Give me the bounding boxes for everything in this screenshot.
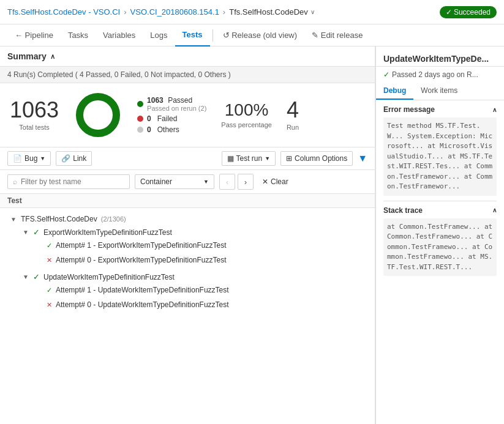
- pass-icon: ✓: [47, 242, 52, 250]
- legend-passed: 1063 Passed Passed on rerun (2): [137, 96, 206, 112]
- link-button[interactable]: 🔗 Link: [56, 151, 92, 166]
- group-2-label: UpdateWorkItemTypeDefinitionFuzzTest: [43, 273, 175, 281]
- toolbar: 📄 Bug ▼ 🔗 Link ▦ Test run ▼ ⊞ Column Opt…: [0, 147, 375, 170]
- failed-count: 0: [147, 114, 151, 123]
- attempt-2-0-row[interactable]: ✕ Attempt# 0 - UpdateWorkItemTypeDefinit…: [44, 299, 367, 310]
- bug-chevron-icon: ▼: [40, 155, 45, 162]
- breadcrumb-item-3[interactable]: Tfs.SelfHost.CodeDev ∨: [229, 7, 315, 17]
- pass-icon: ✓: [47, 286, 52, 294]
- nav-bar: ← Pipeline Tasks Variables Logs Tests ↺ …: [0, 24, 504, 46]
- nav-release-old[interactable]: ↺ Release (old view): [216, 24, 305, 46]
- nav-item-tests[interactable]: Tests: [175, 24, 210, 46]
- stack-trace-section: Stack trace ∧ at Common.TestFramew... at…: [376, 201, 504, 281]
- attempt-1-1: ✓ Attempt# 1 - ExportWorkItemTypeDefinit…: [20, 238, 367, 253]
- nav-edit-release[interactable]: ✎ Edit release: [304, 24, 370, 46]
- attempt-1-1-row[interactable]: ✓ Attempt# 1 - ExportWorkItemTypeDefinit…: [44, 240, 367, 251]
- group-2: ▼ ✓ UpdateWorkItemTypeDefinitionFuzzTest…: [7, 269, 367, 314]
- test-run-icon: ▦: [227, 154, 234, 163]
- clear-button[interactable]: ✕ Clear: [258, 175, 292, 188]
- status-pass-icon: ✓: [383, 70, 389, 79]
- pass-pct-number: 100%: [221, 102, 272, 119]
- prev-button[interactable]: ‹: [219, 174, 235, 190]
- group-1-row[interactable]: ▼ ✓ ExportWorkItemTypeDefinitionFuzzTest: [20, 226, 367, 238]
- group-2-row[interactable]: ▼ ✓ UpdateWorkItemTypeDefinitionFuzzTest: [20, 271, 367, 283]
- bug-button[interactable]: 📄 Bug ▼: [7, 151, 51, 166]
- test-run-button[interactable]: ▦ Test run ▼: [222, 151, 276, 166]
- error-message-content: Test method MS.TF.Test.W... System.Excep…: [383, 117, 497, 196]
- right-panel-title: UpdateWorkItemTypeDe...: [376, 46, 504, 67]
- error-message-title: Error message ∧: [383, 105, 497, 114]
- legend: 1063 Passed Passed on rerun (2) 0 Failed…: [137, 96, 206, 134]
- next-button[interactable]: ›: [238, 174, 254, 190]
- tab-debug[interactable]: Debug: [376, 83, 413, 100]
- failed-label: Failed: [157, 114, 178, 123]
- root-row[interactable]: ▼ TFS.SelfHost.CodeDev (2/1306): [7, 214, 367, 225]
- attempt-2-1-row[interactable]: ✓ Attempt# 1 - UpdateWorkItemTypeDefinit…: [44, 285, 367, 296]
- attempt-2-0: ✕ Attempt# 0 - UpdateWorkItemTypeDefinit…: [20, 297, 367, 312]
- svg-point-1: [80, 97, 116, 133]
- search-icon: ⌕: [13, 177, 17, 186]
- right-tabs: Debug Work items: [376, 83, 504, 100]
- tab-work-items[interactable]: Work items: [413, 83, 465, 100]
- breadcrumb-item-2[interactable]: VSO.CI_20180608.154.1: [130, 7, 219, 17]
- nav-item-logs[interactable]: Logs: [143, 24, 175, 46]
- collapse-icon[interactable]: ∧: [492, 106, 497, 113]
- stack-trace-title: Stack trace ∧: [383, 206, 497, 215]
- chevron-down-icon: ∨: [310, 9, 315, 15]
- others-label: Others: [157, 125, 179, 134]
- main-layout: Summary ∧ 4 Run(s) Completed ( 4 Passed,…: [0, 46, 504, 424]
- pass-pct-label: Pass percentage: [221, 121, 272, 128]
- nav-item-pipeline[interactable]: ← Pipeline: [7, 24, 61, 46]
- attempt-1-0-row[interactable]: ✕ Attempt# 0 - ExportWorkItemTypeDefinit…: [44, 255, 367, 266]
- nav-arrows: ‹ ›: [219, 174, 254, 190]
- filter-icon[interactable]: ▼: [358, 153, 367, 164]
- breadcrumb-sep-1: ›: [124, 7, 126, 17]
- close-icon: ✕: [262, 177, 268, 186]
- group-1-label: ExportWorkItemTypeDefinitionFuzzTest: [43, 228, 172, 237]
- root-count: (2/1306): [101, 215, 126, 223]
- tree-root-item: ▼ TFS.SelfHost.CodeDev (2/1306) ▼ ✓ Expo…: [7, 212, 367, 316]
- others-count: 0: [147, 125, 151, 134]
- bug-icon: 📄: [13, 154, 22, 163]
- fail-icon: ✕: [47, 256, 52, 264]
- nav-separator: [213, 29, 213, 42]
- link-icon: 🔗: [61, 154, 70, 163]
- right-status-text: Passed 2 days ago on R...: [392, 70, 478, 79]
- total-tests-number: 1063: [10, 99, 59, 121]
- collapse-icon[interactable]: ∧: [50, 53, 55, 61]
- fail-icon: ✕: [47, 301, 52, 309]
- breadcrumb-item-1[interactable]: Tfs.SelfHost.CodeDev - VSO.CI: [7, 7, 120, 17]
- right-panel: UpdateWorkItemTypeDe... ✓ Passed 2 days …: [375, 46, 504, 424]
- run-label: Run: [287, 124, 299, 131]
- passed-dot: [137, 101, 143, 107]
- attempt-1-0: ✕ Attempt# 0 - ExportWorkItemTypeDefinit…: [20, 253, 367, 267]
- donut-chart: [73, 91, 122, 139]
- run-block: 4 Run: [287, 99, 299, 131]
- pass-pct-block: 100% Pass percentage: [221, 102, 272, 128]
- attempt-2-0-label: Attempt# 0 - UpdateWorkItemTypeDefinitio…: [56, 300, 229, 309]
- summary-banner: 4 Run(s) Completed ( 4 Passed, 0 Failed,…: [0, 67, 375, 83]
- summary-header: Summary ∧: [0, 46, 375, 67]
- passed-count: 1063: [147, 96, 164, 105]
- root-label: TFS.SelfHost.CodeDev: [21, 215, 97, 223]
- container-chevron-icon: ▼: [203, 179, 209, 185]
- chevron-down-icon: ▼: [10, 216, 17, 223]
- filter-input-container: ⌕: [7, 174, 130, 189]
- legend-failed: 0 Failed: [137, 114, 206, 123]
- pass-icon: ✓: [33, 228, 40, 237]
- top-bar: Tfs.SelfHost.CodeDev - VSO.CI › VSO.CI_2…: [0, 0, 504, 24]
- chevron-down-icon: ▼: [22, 229, 29, 236]
- nav-item-variables[interactable]: Variables: [96, 24, 143, 46]
- column-options-button[interactable]: ⊞ Column Options: [280, 151, 353, 166]
- nav-item-tasks[interactable]: Tasks: [61, 24, 96, 46]
- search-input[interactable]: [21, 177, 107, 186]
- container-select[interactable]: Container ▼: [135, 174, 214, 189]
- table-header: Test: [0, 194, 375, 208]
- collapse-icon[interactable]: ∧: [492, 207, 497, 214]
- chevron-down-icon: ▼: [22, 273, 29, 280]
- pass-icon: ✓: [33, 272, 40, 281]
- columns-icon: ⊞: [286, 154, 292, 163]
- passed-label: Passed: [168, 96, 192, 105]
- attempt-1-1-label: Attempt# 1 - ExportWorkItemTypeDefinitio…: [56, 241, 227, 250]
- attempt-2-1: ✓ Attempt# 1 - UpdateWorkItemTypeDefinit…: [20, 283, 367, 297]
